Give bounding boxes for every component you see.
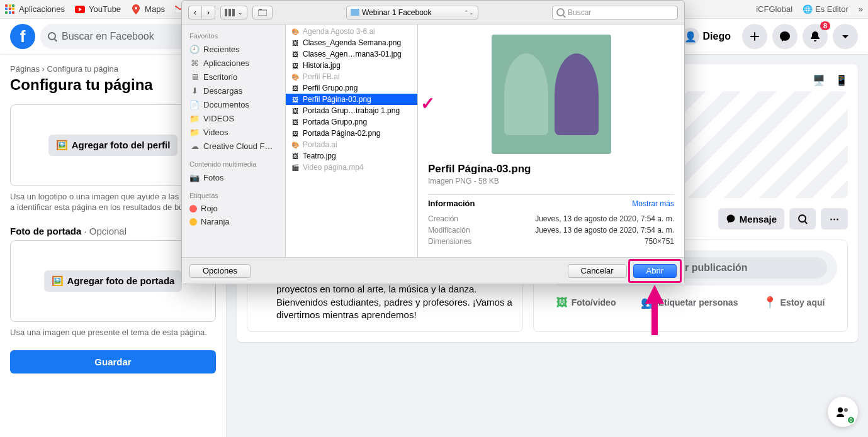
sidebar-item[interactable]: ⬇Descargas bbox=[182, 84, 285, 97]
camera-icon: 📷 bbox=[189, 172, 200, 182]
file-name: Video página.mp4 bbox=[303, 163, 364, 172]
facebook-logo[interactable]: f bbox=[10, 24, 35, 49]
bookmark-label: YouTube bbox=[89, 4, 121, 14]
sidebar-item[interactable]: 📄Documentos bbox=[182, 97, 285, 111]
search-page-button[interactable] bbox=[789, 208, 816, 230]
breadcrumb-root[interactable]: Páginas bbox=[10, 64, 40, 74]
nav-back-button[interactable]: ‹ bbox=[188, 6, 201, 19]
preview-show-more[interactable]: Mostrar más bbox=[632, 199, 674, 208]
bookmark-youtube[interactable]: YouTube bbox=[75, 4, 121, 14]
bookmark-apps[interactable]: Aplicaciones bbox=[5, 4, 65, 14]
cancel-button[interactable]: Cancelar bbox=[568, 264, 627, 278]
sidebar-item-icon: 📁 bbox=[189, 127, 200, 137]
create-button[interactable] bbox=[742, 24, 767, 49]
post-action[interactable]: 👥Etiquetar personas bbox=[641, 296, 738, 309]
sidebar-item[interactable]: 🕘Recientes bbox=[182, 42, 285, 56]
file-item[interactable]: 🖼Historia.jpg bbox=[286, 60, 417, 71]
sidebar-item-label: Descargas bbox=[203, 86, 242, 96]
file-item[interactable]: 🎬Video página.mp4 bbox=[286, 162, 417, 173]
sidebar-item[interactable]: 📁VIDEOS bbox=[182, 111, 285, 125]
sidebar-item-icon: ☁ bbox=[189, 141, 200, 151]
file-type-icon: 🖼 bbox=[291, 50, 300, 58]
file-preview-panel: Perfil Página-03.png Imagen PNG - 58 KB … bbox=[418, 25, 684, 257]
sidebar-item-label: Documentos bbox=[203, 100, 249, 109]
file-item[interactable]: 🎨Agenda Agosto 3-6.ai bbox=[286, 26, 417, 37]
path-selector[interactable]: Webinar 1 Facebook ⌃⌄ bbox=[346, 6, 478, 19]
file-name: Perfil Página-03.png bbox=[303, 95, 371, 104]
add-cover-photo-button[interactable]: 🖼️ Agregar foto de portada bbox=[44, 270, 183, 292]
add-profile-photo-button[interactable]: 🖼️ Agregar foto del perfil bbox=[48, 135, 178, 156]
file-name: Perfil Grupo.png bbox=[303, 84, 358, 92]
info-value: Jueves, 13 de agosto de 2020, 7:54 a. m. bbox=[535, 226, 674, 235]
sidebar-item[interactable]: 📷Fotos bbox=[182, 170, 285, 184]
svg-rect-9 bbox=[259, 9, 262, 10]
tag-color-dot bbox=[189, 205, 197, 213]
mobile-preview-icon[interactable]: 📱 bbox=[835, 74, 848, 86]
post-action-icon: 👥 bbox=[641, 296, 655, 309]
image-icon: 🖼️ bbox=[52, 275, 64, 287]
sidebar-item-label: VIDEOS bbox=[203, 114, 234, 123]
bookmark-gcfglobal[interactable]: iCFGlobal bbox=[756, 4, 792, 14]
account-menu-button[interactable] bbox=[833, 24, 858, 49]
messenger-button[interactable] bbox=[772, 24, 798, 49]
preview-subtitle: Imagen PNG - 58 KB bbox=[428, 177, 674, 185]
more-options-button[interactable]: ⋯ bbox=[821, 208, 848, 230]
file-item[interactable]: 🖼Perfil Página-03.png bbox=[286, 94, 417, 105]
post-action-label: Foto/video bbox=[572, 297, 616, 307]
sidebar-tags-header: Etiquetas bbox=[182, 189, 285, 202]
post-action-label: Estoy aquí bbox=[781, 297, 825, 307]
dialog-search-input[interactable]: Buscar bbox=[552, 6, 678, 19]
sidebar-item[interactable]: ⌘Aplicaciones bbox=[182, 56, 285, 70]
group-button[interactable] bbox=[252, 6, 273, 19]
preview-info-row: CreaciónJueves, 13 de agosto de 2020, 7:… bbox=[428, 213, 674, 224]
sidebar-item-icon: ⌘ bbox=[189, 58, 200, 68]
bookmarks-overflow[interactable]: » bbox=[859, 4, 863, 14]
file-type-icon: 🎨 bbox=[291, 72, 300, 81]
profile-chip[interactable]: 👤 Diego bbox=[679, 25, 737, 48]
file-item[interactable]: 🖼Clases_Agen…mana3-01.jpg bbox=[286, 48, 417, 60]
file-item[interactable]: 🖼Clases_Agenda Semana.png bbox=[286, 37, 417, 48]
file-name: Portada.ai bbox=[303, 140, 337, 149]
breadcrumb-current: Configura tu página bbox=[47, 64, 118, 74]
fb-search-input[interactable]: Buscar en Facebook bbox=[40, 24, 191, 49]
notifications-button[interactable]: 8 bbox=[803, 24, 828, 49]
file-open-dialog: ‹ › ⌄ Webinar 1 Facebook ⌃⌄ Buscar Favor… bbox=[181, 0, 685, 284]
preview-info-row: ModificaciónJueves, 13 de agosto de 2020… bbox=[428, 224, 674, 236]
file-item[interactable]: 🖼Perfil Grupo.png bbox=[286, 82, 417, 94]
maps-icon bbox=[131, 4, 141, 14]
options-button[interactable]: Opciones bbox=[189, 264, 251, 278]
floating-chat-button[interactable]: 0 bbox=[828, 397, 858, 427]
info-key: Dimensiones bbox=[428, 237, 471, 246]
sidebar-item-icon: 🖥 bbox=[189, 72, 200, 82]
view-mode-button[interactable]: ⌄ bbox=[220, 6, 247, 19]
desktop-preview-icon[interactable]: 🖥️ bbox=[813, 74, 825, 86]
post-action[interactable]: 📍Estoy aquí bbox=[763, 296, 825, 309]
sidebar-item-icon: 📁 bbox=[189, 113, 200, 123]
file-type-icon: 🖼 bbox=[291, 38, 300, 47]
message-button[interactable]: Mensaje bbox=[718, 208, 784, 230]
sidebar-item[interactable]: 📁Videos bbox=[182, 125, 285, 139]
save-button[interactable]: Guardar bbox=[10, 350, 216, 373]
bookmark-maps[interactable]: Maps bbox=[131, 4, 165, 14]
file-item[interactable]: 🖼Teatro.jpg bbox=[286, 150, 417, 162]
file-item[interactable]: 🎨Portada.ai bbox=[286, 139, 417, 150]
file-type-icon: 🖼 bbox=[291, 84, 300, 92]
preview-info-label: Información bbox=[428, 199, 475, 208]
sidebar-tag[interactable]: Rojo bbox=[182, 202, 285, 215]
bookmark-eseditor[interactable]: 🌐 Es Editor bbox=[803, 4, 848, 14]
nav-forward-button[interactable]: › bbox=[201, 6, 215, 19]
svg-point-1 bbox=[135, 7, 137, 9]
file-item[interactable]: 🎨Perfil FB.ai bbox=[286, 71, 417, 82]
file-item[interactable]: 🖼Portada Página-02.png bbox=[286, 128, 417, 139]
sidebar-item-icon: 🕘 bbox=[189, 44, 200, 54]
sidebar-item[interactable]: ☁Creative Cloud F… bbox=[182, 139, 285, 153]
file-item[interactable]: 🖼Portada Grup…trabajo 1.png bbox=[286, 105, 417, 116]
open-button[interactable]: Abrir bbox=[633, 264, 677, 278]
sidebar-item[interactable]: 🖥Escritorio bbox=[182, 70, 285, 84]
post-action[interactable]: 🖼Foto/video bbox=[556, 296, 616, 309]
online-badge: 0 bbox=[847, 416, 855, 424]
svg-rect-6 bbox=[228, 9, 231, 16]
file-item[interactable]: 🖼Portada Grupo.png bbox=[286, 116, 417, 128]
sidebar-item-label: Recientes bbox=[203, 45, 240, 54]
sidebar-tag[interactable]: Naranja bbox=[182, 215, 285, 228]
